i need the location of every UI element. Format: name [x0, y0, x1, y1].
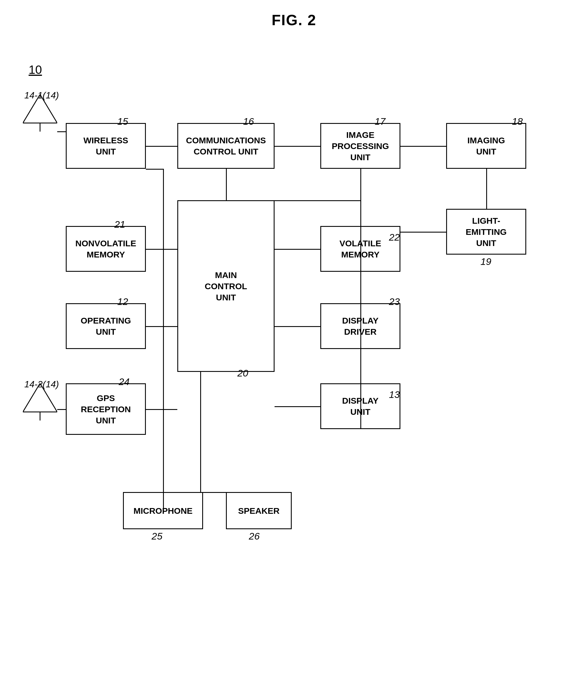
main-control-label: MAINCONTROLUNIT — [205, 269, 247, 303]
ref-18: 18 — [512, 116, 523, 127]
ref-19: 19 — [480, 256, 491, 267]
line-main-bottom — [200, 372, 201, 492]
speaker-label: SPEAKER — [238, 505, 279, 516]
line-nonvolatile-main — [146, 249, 177, 250]
line-wireless-comm — [146, 146, 177, 147]
main-control-block: MAINCONTROLUNIT — [177, 200, 275, 372]
line-to-microphone — [163, 492, 200, 493]
line-main-left-bus — [163, 169, 164, 512]
ref-25: 25 — [152, 531, 162, 542]
ref-antenna-top: 14-1(14) — [24, 90, 59, 101]
image-processing-block: IMAGEPROCESSINGUNIT — [320, 123, 400, 169]
gps-block: GPSRECEPTIONUNIT — [66, 383, 146, 435]
line-antenna-top-wireless — [57, 131, 66, 132]
light-emitting-label: LIGHT-EMITTINGUNIT — [466, 215, 506, 249]
line-displayunit-bus — [275, 406, 320, 407]
line-main-volatile — [275, 249, 320, 250]
line-comm-main-top — [226, 169, 227, 200]
line-wireless-bus — [146, 169, 163, 170]
line-bus-gps — [146, 409, 177, 410]
wireless-unit-block: WIRELESSUNIT — [66, 123, 146, 169]
line-antenna-bottom-gps — [57, 409, 66, 410]
line-to-speaker — [200, 492, 226, 493]
ref-26: 26 — [249, 531, 260, 542]
ref-12: 12 — [117, 296, 128, 307]
line-bus-operating — [146, 326, 177, 327]
comm-control-block: COMMUNICATIONSCONTROL UNIT — [177, 123, 275, 169]
gps-label: GPSRECEPTIONUNIT — [81, 392, 131, 426]
line-image-main — [275, 200, 360, 201]
ref-17: 17 — [375, 116, 386, 127]
comm-control-label: COMMUNICATIONSCONTROL UNIT — [186, 135, 266, 157]
ref-21: 21 — [114, 219, 125, 230]
imaging-unit-label: IMAGINGUNIT — [467, 135, 505, 157]
figure-title: FIG. 2 — [272, 11, 316, 29]
ref-22: 22 — [389, 232, 400, 243]
ref-antenna-bottom: 14-2(14) — [24, 379, 59, 390]
line-image-imaging — [400, 146, 446, 147]
operating-label: OPERATINGUNIT — [81, 315, 131, 337]
ref-13: 13 — [389, 389, 400, 400]
ref-20: 20 — [237, 368, 248, 379]
ref-16: 16 — [243, 116, 254, 127]
line-imaging-light — [486, 169, 487, 209]
line-light-left — [400, 232, 446, 233]
diagram: FIG. 2 10 14-1(14) 14-2(14) WIRELESSUNIT… — [0, 0, 588, 700]
line-comm-image — [275, 146, 320, 147]
ref-24: 24 — [119, 376, 130, 387]
system-ref: 10 — [29, 63, 42, 77]
wireless-unit-label: WIRELESSUNIT — [84, 135, 128, 157]
ref-23: 23 — [389, 296, 400, 307]
ref-15: 15 — [117, 116, 128, 127]
operating-block: OPERATINGUNIT — [66, 303, 146, 349]
nonvolatile-block: NONVOLATILEMEMORY — [66, 226, 146, 272]
image-processing-label: IMAGEPROCESSINGUNIT — [332, 129, 389, 163]
imaging-unit-block: IMAGINGUNIT — [446, 123, 526, 169]
light-emitting-block: LIGHT-EMITTINGUNIT — [446, 209, 526, 255]
line-main-displaydriver — [275, 326, 320, 327]
line-main-right-bus — [360, 200, 361, 429]
nonvolatile-label: NONVOLATILEMEMORY — [76, 238, 136, 260]
speaker-block: SPEAKER — [226, 492, 292, 529]
